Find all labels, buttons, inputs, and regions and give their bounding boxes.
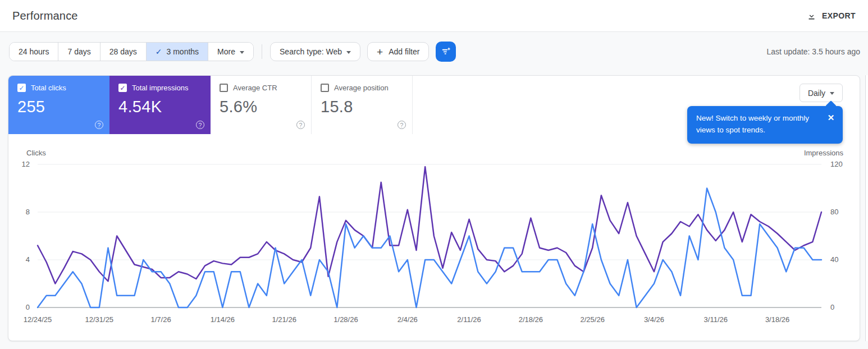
filter-sparkle-icon [440,45,452,59]
right-axis-title: Impressions [804,149,843,157]
card-average-ctr[interactable]: Average CTR 5.6% [211,76,312,134]
svg-text:1/14/26: 1/14/26 [211,315,235,324]
filter-toolbar: 24 hours 7 days 28 days 3 months More Se… [9,42,860,61]
svg-text:2/4/26: 2/4/26 [398,315,418,324]
svg-text:1/7/26: 1/7/26 [151,315,171,324]
checkbox-total-clicks[interactable] [17,84,26,92]
svg-text:1/21/26: 1/21/26 [272,315,296,324]
svg-text:3/11/26: 3/11/26 [704,315,728,324]
range-chip-28-days[interactable]: 28 days [100,43,146,61]
svg-text:3/4/26: 3/4/26 [644,315,664,324]
card-label: Total clicks [31,84,66,92]
card-value: 5.6% [220,98,302,116]
chevron-down-icon [346,47,351,56]
svg-text:1/28/26: 1/28/26 [334,315,358,324]
svg-text:0: 0 [830,303,834,311]
help-icon[interactable] [196,121,204,129]
promo-tooltip: New! Switch to weekly or monthly views t… [687,106,843,144]
help-icon[interactable] [398,121,406,129]
checkbox-average-ctr[interactable] [220,84,228,92]
svg-text:12: 12 [22,160,30,168]
export-button[interactable]: EXPORT [807,11,856,21]
help-icon[interactable] [296,121,305,129]
card-label: Average CTR [233,84,277,92]
svg-text:12/24/25: 12/24/25 [24,315,52,324]
svg-text:3/18/26: 3/18/26 [765,315,789,324]
card-label: Total impressions [132,84,188,92]
left-axis-title: Clicks [26,149,46,157]
promo-tooltip-text: New! Switch to weekly or monthly views t… [696,113,820,136]
card-total-clicks[interactable]: Total clicks 255 [8,76,109,134]
export-label: EXPORT [822,11,856,20]
scrollbar-sliver[interactable] [865,75,868,341]
search-type-chip[interactable]: Search type: Web [270,42,360,61]
svg-text:120: 120 [830,160,843,168]
checkbox-total-impressions[interactable] [118,84,127,92]
close-icon[interactable] [826,113,836,123]
svg-text:40: 40 [830,255,838,264]
svg-text:2/18/26: 2/18/26 [519,315,543,324]
svg-text:0: 0 [26,303,30,311]
performance-chart[interactable]: 004408801212012/24/2512/31/251/7/261/14/… [8,159,860,327]
svg-text:12/31/25: 12/31/25 [85,315,113,324]
svg-text:80: 80 [830,208,838,216]
range-chip-3-months[interactable]: 3 months [146,43,208,61]
last-update-text: Last update: 3.5 hours ago [766,47,860,56]
svg-text:2/11/26: 2/11/26 [457,315,481,324]
svg-text:2/25/26: 2/25/26 [580,315,604,324]
toolbar-divider [262,44,262,59]
smart-filter-button[interactable] [436,42,456,62]
plus-icon [377,47,383,57]
chevron-down-icon [830,89,834,98]
card-value: 15.8 [321,98,403,116]
svg-text:4: 4 [26,255,30,264]
help-icon[interactable] [95,121,103,129]
card-value: 255 [17,98,100,116]
card-value: 4.54K [118,98,202,116]
card-average-position[interactable]: Average position 15.8 [312,76,413,134]
check-icon [156,47,162,56]
page-title: Performance [12,10,78,22]
range-chip-more[interactable]: More [208,43,253,61]
app-header: Performance EXPORT [0,0,868,32]
range-chip-7-days[interactable]: 7 days [58,43,99,61]
performance-panel: Total clicks 255 Total impressions 4.54K… [8,75,860,341]
add-filter-chip[interactable]: Add filter [367,42,429,61]
range-chip-24-hours[interactable]: 24 hours [10,43,58,61]
checkbox-average-position[interactable] [321,84,329,92]
card-label: Average position [334,84,389,92]
svg-text:8: 8 [26,208,30,216]
card-total-impressions[interactable]: Total impressions 4.54K [109,76,211,134]
granularity-dropdown[interactable]: Daily [800,84,843,102]
download-icon [807,11,816,21]
chevron-down-icon [240,47,244,56]
chart-section: Clicks Impressions 004408801212012/24/25… [8,149,860,329]
date-range-group: 24 hours 7 days 28 days 3 months More [9,42,254,61]
